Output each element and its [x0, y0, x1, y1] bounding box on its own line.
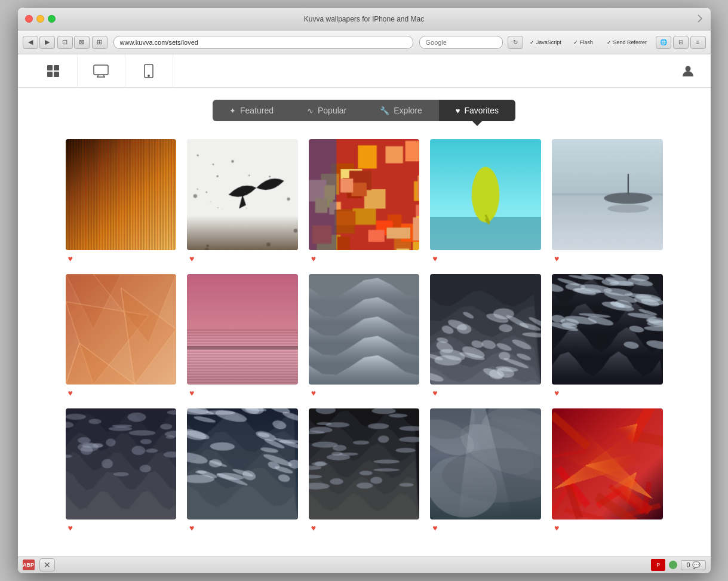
extensions-button[interactable]: ⊟	[673, 36, 689, 49]
bottom-bar: ABP ✕ P 0 💬	[18, 557, 711, 573]
image-thumb-1[interactable]	[66, 139, 177, 250]
browser-window: Kuvva wallpapers for iPhone and Mac ◀ ▶ …	[18, 8, 711, 573]
image-thumb-8[interactable]	[309, 274, 420, 385]
tab-favorites-label: Favorites	[464, 106, 499, 115]
browser-toolbar: ◀ ▶ ⊡ ⊠ ⊞ ↻ ✓ JavaScript ✓ Flash ✓ Send …	[18, 30, 711, 54]
svg-rect-2	[47, 72, 53, 77]
abp-icon[interactable]: ABP	[23, 560, 35, 570]
list-item: ♥	[66, 139, 177, 263]
globe-button[interactable]: 🌐	[656, 36, 671, 49]
referrer-toggle[interactable]: ✓ Send Referrer	[600, 36, 654, 49]
list-item: ♥	[309, 408, 420, 533]
forward-button[interactable]: ▶	[39, 36, 55, 49]
featured-icon: ✦	[229, 106, 236, 115]
heart-icon-3[interactable]: ♥	[309, 254, 420, 263]
list-item: ♥	[552, 408, 663, 533]
image-thumb-2[interactable]	[187, 139, 298, 250]
tab-bar: ✦ Featured ∿ Popular 🔧 Explore ♥ Favorit…	[54, 100, 675, 121]
status-dot	[669, 561, 677, 569]
heart-icon-14[interactable]: ♥	[430, 523, 541, 533]
heart-icon-1[interactable]: ♥	[66, 254, 177, 263]
bottom-counter-btn[interactable]: 0 💬	[681, 560, 705, 570]
tab-explore[interactable]: 🔧 Explore	[363, 100, 438, 121]
image-thumb-9[interactable]	[430, 274, 541, 385]
list-item: ♥	[66, 408, 177, 533]
list-item: ♥	[187, 274, 298, 398]
tab-featured[interactable]: ✦ Featured	[213, 100, 290, 121]
image-thumb-10[interactable]	[552, 274, 663, 385]
heart-icon-11[interactable]: ♥	[66, 523, 177, 533]
resize-icon[interactable]	[694, 14, 704, 24]
site-nav-bar	[18, 54, 711, 88]
svg-point-10	[685, 66, 690, 71]
address-bar[interactable]	[113, 36, 413, 49]
image-thumb-4[interactable]	[430, 139, 541, 250]
main-content: ✦ Featured ∿ Popular 🔧 Explore ♥ Favorit…	[18, 88, 711, 557]
tab-favorites[interactable]: ♥ Favorites	[439, 100, 515, 121]
bottom-close-btn[interactable]: ✕	[39, 558, 55, 571]
mobile-view-icon[interactable]	[125, 54, 173, 88]
search-bar[interactable]	[419, 36, 503, 49]
tab-explore-label: Explore	[394, 106, 422, 115]
grid-button[interactable]: ⊞	[92, 36, 107, 49]
back-button[interactable]: ◀	[23, 36, 38, 49]
svg-rect-1	[54, 65, 59, 70]
toolbar-icons: ↻ ✓ JavaScript ✓ Flash ✓ Send Referrer 🌐…	[508, 36, 706, 49]
list-item: ♥	[187, 139, 298, 263]
heart-icon-12[interactable]: ♥	[187, 523, 298, 533]
image-thumb-3[interactable]	[309, 139, 420, 250]
close-button[interactable]	[25, 15, 33, 23]
heart-icon-8[interactable]: ♥	[309, 388, 420, 398]
heart-icon-7[interactable]: ♥	[187, 388, 298, 398]
js-toggle[interactable]: ✓ JavaScript	[525, 36, 567, 49]
tab-popular-label: Popular	[318, 106, 346, 115]
nav-buttons: ◀ ▶	[23, 36, 55, 49]
title-bar: Kuvva wallpapers for iPhone and Mac	[18, 8, 711, 30]
heart-icon-5[interactable]: ♥	[552, 254, 663, 263]
list-item: ♥	[430, 139, 541, 263]
heart-icon-13[interactable]: ♥	[309, 523, 420, 533]
minimize-button[interactable]	[36, 15, 44, 23]
tab-popular[interactable]: ∿ Popular	[290, 100, 363, 121]
refresh-button[interactable]: ↻	[508, 36, 523, 49]
image-thumb-13[interactable]	[309, 408, 420, 519]
bookmarks-button[interactable]: ⊡	[57, 36, 73, 49]
browser-title: Kuvva wallpapers for iPhone and Mac	[304, 15, 424, 23]
maximize-button[interactable]	[48, 15, 56, 23]
history-button[interactable]: ⊠	[74, 36, 90, 49]
comment-icon: 💬	[692, 561, 701, 569]
counter-value: 0	[686, 561, 690, 568]
svg-rect-4	[94, 65, 108, 75]
flash-toggle[interactable]: ✓ Flash	[569, 36, 598, 49]
list-item: ♥	[187, 408, 298, 533]
image-thumb-7[interactable]	[187, 274, 298, 385]
view-toggle	[30, 54, 173, 88]
image-thumb-6[interactable]	[66, 274, 177, 385]
image-grid: ♥ ♥ ♥ ♥	[66, 139, 663, 533]
traffic-lights	[25, 15, 56, 23]
image-thumb-5[interactable]	[552, 139, 663, 250]
bottom-right: P 0 💬	[651, 559, 705, 571]
user-icon[interactable]	[677, 60, 699, 82]
grid-view-icon[interactable]	[30, 54, 78, 88]
list-item: ♥	[309, 274, 420, 398]
explore-icon: 🔧	[380, 106, 389, 115]
heart-icon-4[interactable]: ♥	[430, 254, 541, 263]
favorites-icon: ♥	[456, 106, 460, 115]
image-thumb-12[interactable]	[187, 408, 298, 519]
image-thumb-15[interactable]	[552, 408, 663, 519]
more-button[interactable]: ≡	[690, 36, 706, 49]
svg-rect-3	[54, 72, 59, 77]
heart-icon-6[interactable]: ♥	[66, 388, 177, 398]
desktop-view-icon[interactable]	[78, 54, 125, 88]
heart-icon-9[interactable]: ♥	[430, 388, 541, 398]
svg-point-9	[148, 75, 149, 76]
heart-icon-15[interactable]: ♥	[552, 523, 663, 533]
popular-icon: ∿	[307, 106, 314, 115]
heart-icon-2[interactable]: ♥	[187, 254, 298, 263]
image-thumb-11[interactable]	[66, 408, 177, 519]
image-thumb-14[interactable]	[430, 408, 541, 519]
svg-rect-0	[47, 65, 53, 70]
heart-icon-10[interactable]: ♥	[552, 388, 663, 398]
action-buttons: ⊡ ⊠	[57, 36, 90, 49]
